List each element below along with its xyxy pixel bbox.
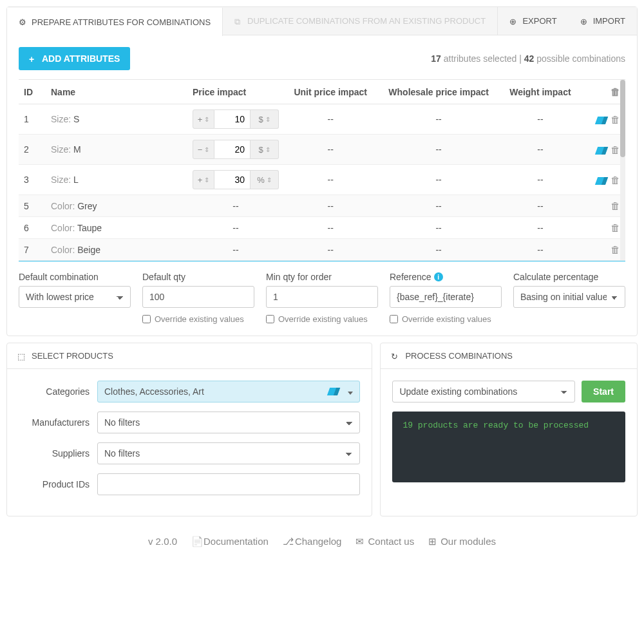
row-wholesale: --: [377, 217, 500, 239]
reference-input[interactable]: [390, 286, 502, 308]
gears-icon: [19, 17, 28, 26]
default-combination-select[interactable]: With lowest price: [19, 286, 131, 308]
eraser-icon[interactable]: [595, 117, 608, 124]
unit-stepper[interactable]: $: [251, 109, 279, 129]
suppliers-select[interactable]: No filters: [97, 442, 360, 464]
changelog-link[interactable]: Changelog: [283, 536, 342, 547]
suppliers-label: Suppliers: [19, 448, 90, 459]
table-row: 7 Color: Beige -- -- -- -- 🗑: [19, 239, 625, 261]
row-actions: 🗑: [580, 195, 625, 217]
table-row: 5 Color: Grey -- -- -- -- 🗑: [19, 195, 625, 217]
default-combination-label: Default combination: [19, 272, 131, 282]
trash-icon[interactable]: 🗑: [611, 175, 620, 185]
start-button[interactable]: Start: [582, 381, 625, 402]
grid-icon: [428, 537, 437, 546]
row-wholesale: --: [377, 165, 500, 195]
attr-stats: 17 attributes selected | 42 possible com…: [431, 53, 625, 64]
unit-stepper[interactable]: $: [251, 140, 279, 159]
min-qty-input[interactable]: [266, 286, 378, 308]
override-ref[interactable]: Override existing values: [390, 314, 502, 324]
override-ref-checkbox[interactable]: [390, 315, 398, 323]
sign-stepper[interactable]: +: [193, 170, 214, 189]
footer: v 2.0.0 Documentation Changelog Contact …: [6, 523, 638, 560]
eraser-icon[interactable]: [327, 388, 340, 395]
unit-stepper[interactable]: %: [251, 170, 279, 189]
row-wholesale: --: [377, 135, 500, 165]
sign-stepper[interactable]: −: [193, 140, 214, 159]
panel-title: Select products: [32, 351, 113, 361]
info-icon[interactable]: i: [434, 272, 443, 281]
col-wholesale: Wholesale price impact: [377, 80, 500, 104]
plus-icon: [29, 54, 38, 63]
sign-stepper[interactable]: +: [193, 109, 214, 129]
trash-all-icon[interactable]: 🗑: [611, 86, 620, 97]
table-row: 3 Size: L +% -- -- -- 🗑: [19, 165, 625, 195]
override-qty[interactable]: Override existing values: [142, 314, 254, 324]
add-attributes-button[interactable]: Add attributes: [19, 47, 130, 70]
trash-icon[interactable]: 🗑: [611, 222, 620, 233]
row-name: Color: Beige: [46, 239, 187, 261]
default-qty-input[interactable]: [142, 286, 254, 308]
percentage-select[interactable]: Basing on initial value: [513, 286, 625, 308]
mail-icon: [355, 537, 365, 546]
tab-prepare[interactable]: Prepare attributes for combinations: [7, 8, 223, 36]
override-min[interactable]: Override existing values: [266, 314, 378, 324]
eraser-icon[interactable]: [595, 147, 608, 155]
row-name: Color: Grey: [46, 195, 187, 217]
price-value-input[interactable]: [214, 140, 251, 159]
tab-import[interactable]: Import: [569, 7, 637, 35]
contact-link[interactable]: Contact us: [355, 536, 414, 547]
table-row: 1 Size: S +$ -- -- -- 🗑: [19, 104, 625, 135]
eraser-icon[interactable]: [595, 177, 608, 185]
attrs-label: attributes selected: [444, 53, 517, 64]
override-min-checkbox[interactable]: [266, 315, 274, 323]
tab-label: Import: [593, 16, 625, 26]
manufacturers-select[interactable]: No filters: [97, 412, 360, 433]
row-wholesale: --: [377, 104, 500, 135]
row-name: Color: Taupe: [46, 217, 187, 239]
attributes-table: ID Name Price impact Unit price impact W…: [19, 79, 625, 261]
tab-label: Prepare attributes for combinations: [32, 17, 211, 27]
documentation-link[interactable]: Documentation: [191, 536, 269, 547]
combos-label: possible combinations: [536, 53, 625, 64]
price-value-input[interactable]: [214, 170, 251, 189]
reference-label: Referencei: [390, 272, 502, 282]
col-unit: Unit price impact: [284, 80, 377, 104]
default-qty-label: Default qty: [142, 272, 254, 282]
product-ids-input[interactable]: [97, 473, 360, 495]
row-actions: 🗑: [580, 217, 625, 239]
process-mode-select[interactable]: Update existing combinations: [392, 381, 575, 402]
price-value-input[interactable]: [214, 109, 251, 129]
tab-label: Duplicate combinations from an existing …: [247, 16, 486, 26]
tab-duplicate[interactable]: Duplicate combinations from an existing …: [223, 7, 498, 35]
row-unit: --: [284, 104, 377, 135]
min-qty-label: Min qty for order: [266, 272, 378, 282]
table-row: 6 Color: Taupe -- -- -- -- 🗑: [19, 217, 625, 239]
categories-select[interactable]: Clothes, Accessories, Art: [97, 381, 360, 402]
branch-icon: [283, 537, 292, 546]
trash-icon[interactable]: 🗑: [611, 200, 620, 211]
main-panel: Prepare attributes for combinations Dupl…: [6, 6, 638, 336]
trash-icon[interactable]: 🗑: [611, 244, 620, 255]
modules-link[interactable]: Our modules: [428, 536, 496, 547]
product-ids-label: Product IDs: [19, 479, 90, 489]
select-products-panel: Select products Categories Clothes, Acce…: [6, 343, 372, 516]
col-actions: 🗑: [580, 80, 625, 104]
trash-icon[interactable]: 🗑: [611, 144, 620, 155]
export-icon: [509, 17, 518, 26]
percentage-label: Calculate percentage: [513, 272, 625, 282]
row-price: --: [187, 239, 284, 261]
row-actions: 🗑: [580, 135, 625, 165]
trash-icon[interactable]: 🗑: [611, 114, 620, 125]
col-name: Name: [46, 80, 187, 104]
row-weight: --: [500, 135, 580, 165]
tab-export[interactable]: Export: [498, 7, 568, 35]
col-id: ID: [19, 80, 46, 104]
row-price: +%: [187, 165, 284, 195]
scrollbar-thumb[interactable]: [620, 80, 625, 157]
copy-icon: [234, 17, 243, 26]
override-qty-checkbox[interactable]: [142, 315, 151, 323]
categories-label: Categories: [19, 386, 90, 397]
scrollbar-track[interactable]: [620, 80, 625, 261]
row-id: 3: [19, 165, 46, 195]
